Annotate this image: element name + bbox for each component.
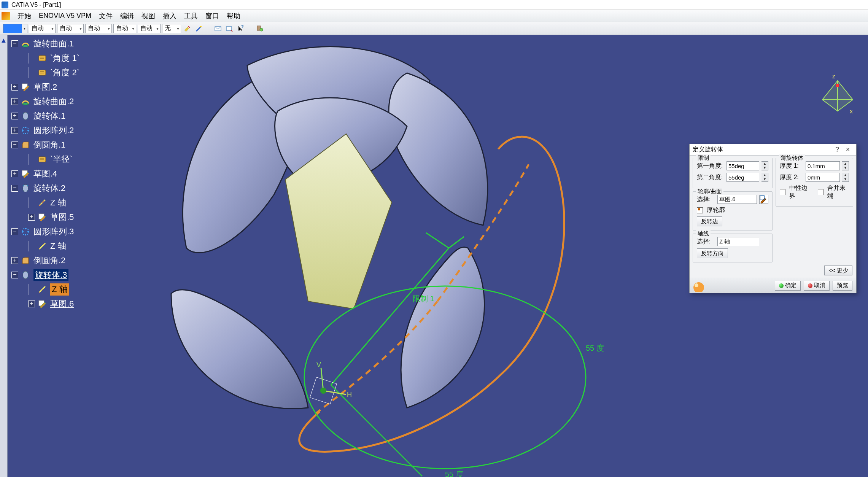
painter-icon[interactable] (183, 24, 192, 33)
sketch-icon-button[interactable] (759, 195, 768, 204)
tree-row[interactable]: `角度 2` (11, 65, 141, 80)
tree-label[interactable]: 倒圆角.1 (33, 139, 65, 151)
tree-row[interactable]: −旋转曲面.1 (11, 37, 141, 51)
tree-row[interactable]: −倒圆角.1 (11, 138, 141, 152)
mail-reply-icon[interactable] (224, 24, 234, 33)
ok-button[interactable]: 确定 (775, 281, 801, 291)
tree-label[interactable]: 草图.4 (33, 168, 57, 180)
first-angle-input[interactable]: 55deg (727, 161, 759, 170)
tree-row[interactable]: +旋转曲面.2 (11, 94, 141, 109)
neutral-fiber-checkbox[interactable] (780, 189, 785, 195)
menu-start[interactable]: 开始 (14, 11, 35, 21)
transparency-select[interactable]: 自动 (29, 24, 56, 33)
layer-select[interactable]: 无 (162, 24, 181, 33)
merge-ends-checkbox[interactable] (818, 189, 823, 195)
menu-insert[interactable]: 插入 (159, 11, 180, 21)
tree-row[interactable]: Z 轴 (11, 282, 141, 297)
expand-toggle[interactable]: − (11, 40, 18, 47)
thickness1-input[interactable]: 0.1mm (806, 161, 840, 170)
tree-label[interactable]: Z 轴 (50, 240, 66, 252)
reverse-direction-button[interactable]: 反转方向 (697, 248, 728, 258)
tree-label[interactable]: `角度 2` (50, 67, 79, 78)
less-button[interactable]: << 更少 (824, 266, 852, 275)
tree-label[interactable]: Z 轴 (50, 197, 66, 208)
tree-row[interactable]: −旋转体.2 (11, 181, 141, 196)
expand-toggle[interactable]: + (11, 170, 18, 177)
expand-toggle[interactable]: − (11, 185, 18, 192)
profile-select-input[interactable]: 草图.6 (717, 195, 757, 204)
tree-label[interactable]: 旋转体.1 (33, 110, 65, 122)
compass[interactable]: x z (815, 73, 860, 119)
dialog-help-button[interactable]: ? (832, 146, 843, 154)
tree-row[interactable]: +倒圆角.2 (11, 253, 141, 268)
wizard-icon[interactable] (194, 24, 204, 33)
tree-label[interactable]: 草图.2 (33, 81, 57, 93)
tree-row[interactable]: −旋转体.3 (11, 268, 141, 282)
dialog-titlebar[interactable]: 定义旋转体 ? × (690, 144, 856, 156)
tree-row[interactable]: +草图.6 (11, 297, 141, 311)
tree-row[interactable]: `角度 1` (11, 51, 141, 65)
tree-label[interactable]: 旋转曲面.1 (33, 38, 74, 49)
second-angle-input[interactable]: 55deg (727, 173, 759, 182)
tree-label[interactable]: `角度 1` (50, 52, 79, 64)
second-angle-spinner[interactable]: ▲▼ (761, 173, 768, 182)
thickness1-spinner[interactable]: ▲▼ (842, 161, 849, 170)
tree-label[interactable]: 倒圆角.2 (33, 255, 65, 266)
tree-row[interactable]: −圆形阵列.3 (11, 224, 141, 239)
menu-help[interactable]: 帮助 (223, 11, 244, 21)
tree-row[interactable]: +圆形阵列.2 (11, 123, 141, 138)
tree-label[interactable]: 圆形阵列.2 (33, 125, 74, 136)
tree-row[interactable]: +旋转体.1 (11, 109, 141, 123)
specification-tree[interactable]: −旋转曲面.1`角度 1``角度 2`+草图.2+旋转曲面.2+旋转体.1+圆形… (11, 35, 141, 311)
expand-toggle[interactable]: − (11, 228, 18, 235)
left-strip[interactable]: ▲ (0, 35, 8, 477)
tree-label[interactable]: 旋转体.3 (33, 269, 68, 281)
tree-label[interactable]: 圆形阵列.3 (33, 226, 74, 237)
up-arrow-icon[interactable]: ▲ (0, 35, 7, 45)
menu-view[interactable]: 视图 (138, 11, 159, 21)
workbench-icon[interactable] (2, 12, 10, 20)
expand-toggle[interactable]: − (11, 272, 18, 278)
first-angle-spinner[interactable]: ▲▼ (761, 161, 768, 170)
line-type-select[interactable]: 自动 (85, 24, 112, 33)
dialog-close-button[interactable]: × (843, 146, 853, 154)
thickness2-input[interactable]: 0mm (806, 173, 840, 182)
tree-row[interactable]: `半径` (11, 152, 141, 167)
expand-toggle[interactable]: + (11, 127, 18, 134)
expand-toggle[interactable]: + (28, 301, 35, 307)
expand-toggle[interactable]: + (11, 257, 18, 264)
axis-select-input[interactable]: Z 轴 (717, 237, 759, 246)
whatsthis-icon[interactable]: ? (236, 24, 246, 33)
tree-label[interactable]: Z 轴 (50, 283, 69, 296)
thickness2-spinner[interactable]: ▲▼ (842, 173, 849, 182)
menu-enovia[interactable]: ENOVIA V5 VPM (35, 12, 95, 20)
tree-label[interactable]: `半径` (50, 154, 73, 165)
menu-window[interactable]: 窗口 (202, 11, 223, 21)
tree-label[interactable]: 旋转曲面.2 (33, 96, 74, 107)
tree-label[interactable]: 草图.6 (50, 298, 74, 310)
menu-edit[interactable]: 编辑 (116, 11, 138, 21)
thick-profile-checkbox[interactable] (697, 207, 703, 213)
preview-button[interactable]: 预览 (833, 281, 852, 291)
point-symbol-select[interactable]: 自动 (113, 24, 136, 33)
tree-row[interactable]: +草图.4 (11, 167, 141, 181)
catalog-icon[interactable] (255, 24, 265, 33)
expand-toggle[interactable]: + (11, 113, 18, 119)
expand-toggle[interactable]: + (11, 84, 18, 91)
menu-file[interactable]: 文件 (95, 11, 116, 21)
expand-toggle[interactable]: + (28, 214, 35, 221)
mail-icon[interactable] (213, 24, 223, 33)
tree-row[interactable]: +草图.5 (11, 210, 141, 224)
tree-row[interactable]: Z 轴 (11, 196, 141, 210)
tree-row[interactable]: +草图.2 (11, 80, 141, 94)
expand-toggle[interactable]: − (11, 142, 18, 148)
tree-row[interactable]: Z 轴 (11, 239, 141, 253)
expand-toggle[interactable]: + (11, 98, 18, 105)
tree-label[interactable]: 旋转体.2 (33, 183, 65, 194)
render-style-select[interactable]: 自动 (138, 24, 161, 33)
reverse-side-button[interactable]: 反转边 (697, 216, 722, 226)
fill-color-picker[interactable]: ▾ (3, 24, 27, 33)
menu-tools[interactable]: 工具 (180, 11, 202, 21)
tree-label[interactable]: 草图.5 (50, 211, 74, 223)
cancel-button[interactable]: 取消 (804, 281, 830, 291)
